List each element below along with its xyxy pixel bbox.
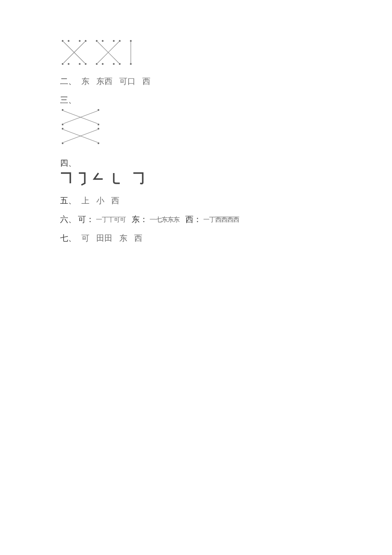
flat-crosses-svg bbox=[60, 107, 103, 146]
section-six-group-dong-label: 东： bbox=[132, 214, 148, 225]
svg-point-7 bbox=[85, 63, 86, 64]
section-seven-label: 七、 bbox=[60, 233, 76, 244]
svg-point-24 bbox=[98, 109, 99, 110]
section-two-part-1: 东西 bbox=[96, 76, 112, 87]
svg-point-32 bbox=[98, 142, 99, 144]
section-six-group-ke-label: 可： bbox=[78, 214, 94, 225]
svg-point-14 bbox=[96, 63, 97, 64]
svg-point-6 bbox=[79, 63, 80, 64]
svg-point-1 bbox=[68, 40, 69, 41]
section-three-label: 三、 bbox=[60, 95, 76, 106]
section-seven-part-3: 西 bbox=[134, 233, 142, 244]
svg-point-20 bbox=[130, 40, 131, 41]
section-seven-part-1: 田田 bbox=[96, 233, 112, 244]
svg-point-25 bbox=[62, 124, 63, 125]
svg-point-10 bbox=[96, 40, 97, 41]
section-seven-part-2: 东 bbox=[119, 233, 127, 244]
section-one-diagram bbox=[60, 38, 392, 68]
svg-point-15 bbox=[102, 63, 103, 64]
section-two-part-2: 可口 bbox=[119, 76, 135, 87]
section-two: 二、 东 东西 可口 西 bbox=[60, 76, 392, 87]
section-two-label: 二、 bbox=[60, 76, 76, 87]
section-six-group-dong-strokes: 一七东东东 bbox=[150, 216, 179, 224]
section-six-group-ke-strokes: 一丁丅可可 bbox=[96, 216, 126, 224]
section-seven: 七、 可 田田 东 西 bbox=[60, 233, 392, 244]
svg-point-26 bbox=[98, 124, 99, 125]
svg-point-0 bbox=[62, 40, 63, 41]
crosses-svg bbox=[60, 38, 133, 68]
section-five-part-2: 西 bbox=[111, 195, 119, 206]
svg-point-4 bbox=[62, 63, 63, 64]
svg-point-23 bbox=[62, 109, 63, 110]
section-six-group-xi: 西： 一丁西西西西 bbox=[185, 214, 239, 225]
section-four-label: 四、 bbox=[60, 158, 76, 169]
stroke-shapes-svg bbox=[60, 171, 154, 186]
svg-point-29 bbox=[62, 128, 63, 129]
section-six-group-ke: 可： 一丁丅可可 bbox=[78, 214, 126, 225]
svg-point-16 bbox=[113, 63, 114, 64]
section-six: 六、 可： 一丁丅可可 东： 一七东东东 西： 一丁西西西西 bbox=[60, 214, 392, 225]
svg-point-5 bbox=[68, 63, 69, 64]
svg-point-3 bbox=[85, 40, 86, 41]
svg-point-30 bbox=[98, 128, 99, 129]
section-six-label: 六、 bbox=[60, 214, 76, 225]
section-three-diagram bbox=[60, 107, 392, 146]
section-four-label-row: 四、 bbox=[60, 158, 392, 169]
section-five-label: 五、 bbox=[60, 195, 76, 206]
svg-point-17 bbox=[119, 63, 120, 64]
section-five-part-1: 小 bbox=[96, 195, 104, 206]
section-seven-part-0: 可 bbox=[81, 233, 89, 244]
section-five-part-0: 上 bbox=[81, 195, 89, 206]
section-two-part-0: 东 bbox=[81, 76, 89, 87]
svg-point-2 bbox=[79, 40, 80, 41]
section-five: 五、 上 小 西 bbox=[60, 195, 392, 206]
section-six-group-xi-label: 西： bbox=[185, 214, 202, 225]
svg-point-31 bbox=[62, 142, 63, 144]
section-three-label-row: 三、 bbox=[60, 95, 392, 106]
section-six-group-dong: 东： 一七东东东 bbox=[132, 214, 179, 225]
section-two-part-3: 西 bbox=[142, 76, 150, 87]
svg-point-11 bbox=[102, 40, 103, 41]
svg-point-21 bbox=[130, 63, 131, 64]
section-six-group-xi-strokes: 一丁西西西西 bbox=[203, 216, 239, 224]
svg-point-13 bbox=[119, 40, 120, 41]
section-four-strokes bbox=[60, 171, 392, 186]
svg-point-12 bbox=[113, 40, 114, 41]
